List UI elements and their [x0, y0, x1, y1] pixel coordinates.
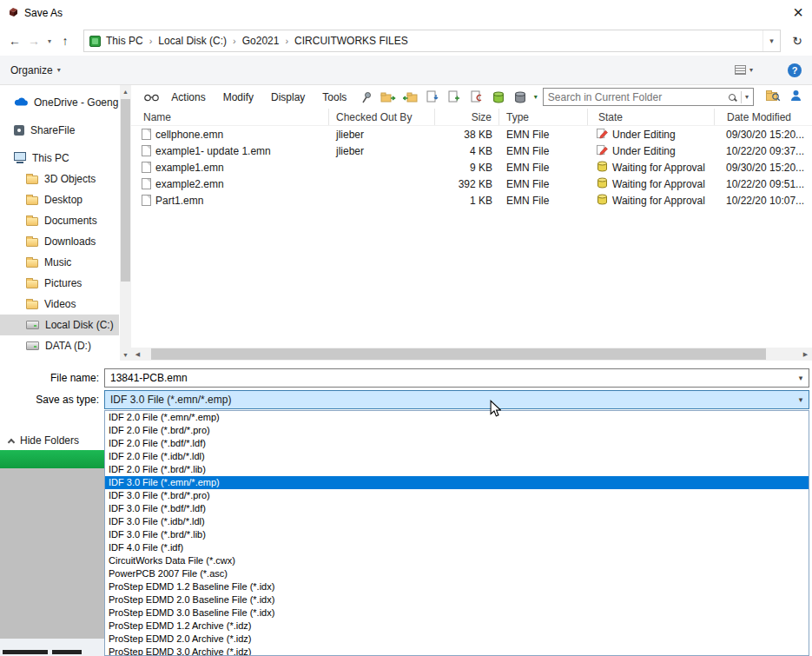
horizontal-scrollbar[interactable] — [131, 348, 812, 361]
scroll-left-icon[interactable] — [131, 348, 144, 361]
search-icon[interactable] — [729, 94, 736, 101]
search-folder-icon[interactable] — [766, 89, 781, 104]
organize-button[interactable]: Organize — [10, 64, 61, 76]
file-row[interactable]: Part1.emn 1 KB EMN File Waiting for Appr… — [131, 192, 812, 209]
under-editing-state-icon — [597, 144, 608, 158]
chevron-down-icon[interactable] — [793, 395, 809, 404]
back-button[interactable] — [7, 34, 23, 48]
column-header-date-modified[interactable]: Date Modified — [715, 109, 812, 125]
filetype-option[interactable]: ProStep EDMD 3.0 Archive (*.idz) — [105, 646, 809, 656]
address-history-chevron-icon[interactable] — [762, 30, 780, 51]
sidebar-item-this-pc[interactable]: This PC — [0, 148, 119, 169]
filetype-option[interactable]: IDF 2.0 File (*.brd/*.lib) — [105, 463, 809, 476]
filetype-option[interactable]: IDF 2.0 File (*.brd/*.pro) — [105, 424, 809, 437]
filetype-option[interactable]: IDF 3.0 File (*.idb/*.ldl) — [105, 515, 809, 528]
scrollbar-thumb[interactable] — [151, 348, 767, 360]
scrollbar-track[interactable] — [144, 348, 799, 361]
history-dropdown-icon[interactable] — [45, 37, 54, 45]
menu-display[interactable]: Display — [265, 91, 311, 103]
scroll-up-icon[interactable] — [120, 85, 131, 97]
search-input[interactable] — [544, 91, 729, 103]
sidebar-item-3d-objects[interactable]: 3D Objects — [0, 169, 119, 189]
hide-folders-button[interactable]: Hide Folders — [9, 434, 79, 447]
vault-state-icon[interactable] — [512, 89, 528, 105]
toolbar-chevron-icon[interactable] — [534, 93, 538, 101]
filetype-option[interactable]: ProStep EDMD 2.0 Baseline File (*.idx) — [105, 593, 809, 606]
save-as-type-select[interactable]: IDF 3.0 File (*.emn/*.emp) — [104, 390, 809, 409]
address-bar[interactable]: This PC Local Disk (C:) Go2021 CIRCUITWO… — [83, 30, 781, 52]
refresh-button[interactable] — [789, 34, 805, 48]
filetype-option[interactable]: IDF 3.0 File (*.brd/*.pro) — [105, 489, 809, 502]
filetype-option-selected[interactable]: IDF 3.0 File (*.emn/*.emp) — [105, 476, 809, 489]
column-header-checked-out-by[interactable]: Checked Out By — [329, 109, 435, 125]
add-file-icon[interactable] — [446, 89, 463, 105]
up-button[interactable] — [57, 34, 73, 48]
filetype-option[interactable]: CircuitWorks Data File (*.cwx) — [105, 554, 809, 567]
column-header-type[interactable]: Type — [499, 109, 588, 125]
user-icon[interactable] — [790, 89, 802, 104]
file-name-input[interactable] — [105, 372, 793, 384]
sidebar-item-music[interactable]: Music — [0, 252, 119, 273]
circuitworks-toolbar: Actions Modify Display Tools — [131, 85, 812, 109]
column-header-state[interactable]: State — [588, 109, 715, 125]
checkout-icon[interactable] — [380, 89, 397, 105]
chevron-down-icon[interactable] — [793, 374, 809, 382]
filetype-option[interactable]: IDF 3.0 File (*.brd/*.lib) — [105, 528, 809, 541]
breadcrumb-local-disk-c[interactable]: Local Disk (C:) — [153, 30, 232, 51]
preview-glasses-icon[interactable] — [143, 89, 160, 105]
filetype-option[interactable]: PowerPCB 2007 File (*.asc) — [105, 567, 809, 580]
sidebar-item-sharefile[interactable]: ShareFile — [0, 120, 119, 141]
sidebar-item-local-disk-c[interactable]: Local Disk (C:) — [0, 315, 119, 335]
filetype-option[interactable]: IDF 2.0 File (*.idb/*.ldl) — [105, 450, 809, 463]
file-name-combobox[interactable] — [104, 368, 809, 388]
change-view-button[interactable] — [735, 65, 753, 75]
scrollbar-thumb[interactable] — [121, 99, 130, 282]
file-icon — [142, 129, 151, 140]
chevron-up-icon — [8, 438, 15, 445]
vault-icon[interactable] — [490, 89, 506, 105]
menu-actions[interactable]: Actions — [165, 91, 211, 103]
organize-label: Organize — [10, 64, 53, 76]
checkin-icon[interactable] — [402, 89, 419, 105]
filetype-option[interactable]: ProStep EDMD 1.2 Archive (*.idz) — [105, 620, 809, 633]
sidebar-item-onedrive[interactable]: OneDrive - Goeng — [0, 92, 119, 113]
filetype-option[interactable]: IDF 4.0 File (*.idf) — [105, 541, 809, 554]
search-options-chevron-icon[interactable] — [743, 93, 753, 101]
filetype-option[interactable]: ProStep EDMD 1.2 Baseline File (*.idx) — [105, 580, 809, 593]
filetype-option[interactable]: IDF 3.0 File (*.bdf/*.ldf) — [105, 502, 809, 515]
column-header-size[interactable]: Size — [435, 109, 499, 125]
breadcrumb-circuitworks-files[interactable]: CIRCUITWORKS FILES — [289, 30, 413, 51]
get-latest-icon[interactable] — [424, 89, 440, 105]
undo-checkout-icon[interactable] — [468, 89, 485, 105]
help-icon[interactable] — [788, 63, 802, 77]
sidebar-item-documents[interactable]: Documents — [0, 210, 119, 231]
scroll-right-icon[interactable] — [799, 348, 812, 361]
breadcrumb-this-pc[interactable]: This PC — [101, 30, 149, 51]
save-as-type-value: IDF 3.0 File (*.emn/*.emp) — [105, 394, 793, 406]
close-icon[interactable] — [793, 3, 803, 23]
file-row[interactable]: example1- update 1.emn jlieber 4 KB EMN … — [131, 142, 812, 159]
scroll-down-icon[interactable] — [120, 348, 131, 361]
file-row[interactable]: cellphone.emn jlieber 38 KB EMN File Und… — [131, 126, 812, 142]
background-app-panel — [0, 468, 104, 639]
filetype-option[interactable]: ProStep EDMD 3.0 Baseline File (*.idx) — [105, 606, 809, 620]
breadcrumb-go2021[interactable]: Go2021 — [237, 30, 285, 51]
file-row[interactable]: example1.emn 9 KB EMN File Waiting for A… — [131, 159, 812, 176]
pin-icon[interactable] — [358, 89, 374, 105]
file-row[interactable]: example2.emn 392 KB EMN File Waiting for… — [131, 176, 812, 192]
filetype-option[interactable]: IDF 2.0 File (*.bdf/*.ldf) — [105, 437, 809, 450]
sidebar-item-data-d[interactable]: DATA (D:) — [0, 335, 119, 356]
filetype-option[interactable]: IDF 2.0 File (*.emn/*.emp) — [105, 411, 809, 424]
sidebar-item-downloads[interactable]: Downloads — [0, 231, 119, 252]
menu-tools[interactable]: Tools — [316, 91, 353, 103]
column-header-name[interactable]: Name — [131, 109, 329, 125]
menu-modify[interactable]: Modify — [217, 91, 260, 103]
search-box[interactable] — [543, 88, 754, 106]
sidebar-scrollbar[interactable] — [120, 85, 131, 361]
sidebar-item-desktop[interactable]: Desktop — [0, 189, 119, 210]
sidebar-item-videos[interactable]: Videos — [0, 294, 119, 315]
sidebar-item-pictures[interactable]: Pictures — [0, 273, 119, 294]
forward-button[interactable] — [26, 34, 42, 48]
filetype-option[interactable]: ProStep EDMD 2.0 Archive (*.idz) — [105, 633, 809, 646]
mouse-cursor — [490, 400, 501, 418]
